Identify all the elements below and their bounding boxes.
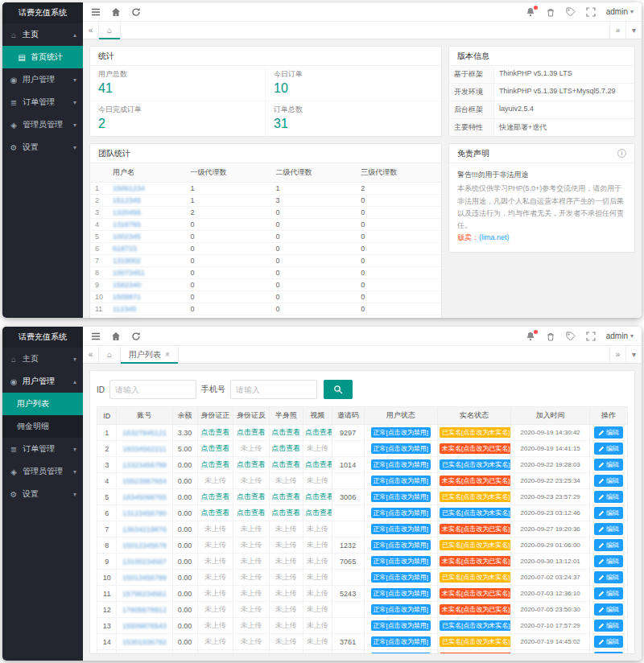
half-photo-link[interactable]: 点击查看	[271, 428, 300, 436]
half-photo-link[interactable]: 未上传	[275, 621, 297, 629]
user-status-badge[interactable]: 正常[点击改为禁用]	[371, 443, 431, 454]
half-photo-link[interactable]: 未上传	[275, 605, 297, 613]
fullscreen-icon[interactable]	[586, 7, 596, 17]
fullscreen-icon[interactable]	[586, 332, 596, 341]
realname-status-badge[interactable]: 已实名[点击改为未实名]	[440, 459, 511, 470]
sidebar-item-admins[interactable]: ◈ 管理员管理 ▾	[2, 113, 83, 136]
user-status-badge[interactable]: 正常[点击改为禁用]	[371, 540, 431, 550]
id-front-link[interactable]: 未上传	[204, 589, 226, 597]
video-link[interactable]: 未上传	[307, 621, 328, 629]
tab-scroll-left[interactable]: «	[83, 346, 99, 363]
id-front-link[interactable]: 未上传	[204, 525, 226, 533]
sidebar-item-home[interactable]: ⌂ 主页 ▴	[2, 23, 83, 46]
video-link[interactable]: 未上传	[307, 589, 328, 597]
video-link[interactable]: 未上传	[307, 557, 328, 565]
realname-status-badge[interactable]: 未实名[点击改为已实名]	[440, 556, 511, 566]
sidebar-item-users[interactable]: ◉ 用户管理 ▾	[2, 68, 83, 91]
half-photo-link[interactable]: 未上传	[275, 557, 297, 565]
clear-cache-icon[interactable]	[546, 7, 555, 17]
admin-menu[interactable]: admin ▾	[606, 7, 634, 16]
id-back-link[interactable]: 未上传	[240, 525, 262, 533]
realname-status-badge[interactable]: 已实名[点击改为未实名]	[440, 572, 511, 583]
id-front-link[interactable]: 点击查看	[200, 492, 229, 500]
realname-status-badge[interactable]: 未实名[点击改为已实名]	[440, 653, 511, 654]
user-status-badge[interactable]: 正常[点击改为禁用]	[371, 653, 431, 654]
realname-status-badge[interactable]: 未实名[点击改为已实名]	[440, 604, 511, 615]
sidebar-item-orders[interactable]: ≣ 订单管理 ▾	[2, 91, 83, 113]
sidebar-item-settings[interactable]: ⚙ 设置 ▾	[2, 483, 83, 505]
sidebar-item-home[interactable]: ⌂ 主页 ▾	[2, 348, 83, 370]
user-status-badge[interactable]: 正常[点击改为禁用]	[371, 492, 431, 502]
user-status-badge[interactable]: 正常[点击改为禁用]	[371, 604, 431, 615]
sidebar-item-admins[interactable]: ◈ 管理员管理 ▾	[2, 460, 83, 483]
phone-search-input[interactable]	[230, 380, 317, 399]
user-status-badge[interactable]: 正常[点击改为禁用]	[371, 556, 431, 566]
sidebar-item-user-list[interactable]: 用户列表	[2, 393, 83, 415]
video-link[interactable]: 点击查看	[305, 509, 332, 517]
half-photo-link[interactable]: 未上传	[275, 573, 297, 581]
tab-user-list[interactable]: 用户列表 ×	[121, 346, 179, 363]
half-photo-link[interactable]: 未上传	[275, 637, 297, 645]
id-front-link[interactable]: 未上传	[204, 573, 226, 581]
realname-status-badge[interactable]: 已实名[点击改为未实名]	[440, 508, 511, 518]
id-front-link[interactable]: 点击查看	[200, 428, 229, 436]
sidebar-item-users[interactable]: ◉ 用户管理 ▴	[2, 370, 83, 393]
id-back-link[interactable]: 未上传	[240, 605, 262, 613]
edit-button[interactable]: 编辑	[594, 603, 623, 616]
id-back-link[interactable]: 未上传	[240, 637, 262, 645]
id-search-input[interactable]	[109, 380, 196, 399]
id-front-link[interactable]: 未上传	[204, 621, 226, 629]
video-link[interactable]: 点击查看	[305, 428, 332, 436]
realname-status-badge[interactable]: 未实名[点击改为已实名]	[440, 524, 511, 534]
id-front-link[interactable]: 未上传	[204, 541, 226, 549]
id-front-link[interactable]: 点击查看	[200, 509, 229, 517]
home-icon[interactable]	[111, 7, 121, 17]
user-status-badge[interactable]: 正常[点击改为禁用]	[371, 427, 431, 438]
video-link[interactable]: 未上传	[307, 637, 328, 645]
sidebar-item-commission[interactable]: 佣金明细	[2, 415, 83, 438]
edit-button[interactable]: 编辑	[594, 475, 623, 487]
video-link[interactable]: 未上传	[307, 525, 328, 533]
id-back-link[interactable]: 未上传	[240, 621, 262, 629]
half-photo-link[interactable]: 点击查看	[271, 460, 300, 468]
edit-button[interactable]: 编辑	[594, 539, 623, 551]
id-front-link[interactable]: 未上传	[204, 653, 226, 654]
edit-button[interactable]: 编辑	[594, 555, 623, 567]
tab-scroll-left[interactable]: «	[83, 22, 99, 39]
tab-scroll-right[interactable]: »	[609, 22, 625, 39]
id-front-link[interactable]: 点击查看	[200, 460, 229, 468]
realname-status-badge[interactable]: 已实名[点击改为未实名]	[440, 540, 511, 550]
video-link[interactable]: 未上传	[307, 541, 328, 549]
refresh-icon[interactable]	[131, 7, 141, 17]
half-photo-link[interactable]: 未上传	[275, 476, 297, 484]
id-front-link[interactable]: 未上传	[204, 557, 226, 565]
video-link[interactable]: 未上传	[307, 444, 328, 452]
id-back-link[interactable]: 点击查看	[237, 428, 266, 436]
id-back-link[interactable]: 点击查看	[237, 460, 266, 468]
user-status-badge[interactable]: 正常[点击改为禁用]	[371, 588, 431, 599]
notifications-bell-icon[interactable]	[526, 332, 535, 341]
user-status-badge[interactable]: 正常[点击改为禁用]	[371, 524, 431, 534]
video-link[interactable]: 点击查看	[305, 492, 332, 500]
id-back-link[interactable]: 未上传	[240, 541, 262, 549]
tab-home[interactable]: ⌂	[99, 346, 121, 363]
video-link[interactable]: 未上传	[307, 605, 328, 613]
home-icon[interactable]	[111, 332, 121, 341]
tab-menu[interactable]: ▾	[625, 22, 642, 39]
realname-status-badge[interactable]: 已实名[点击改为未实名]	[440, 636, 511, 647]
realname-status-badge[interactable]: 未实名[点击改为已实名]	[440, 588, 511, 599]
edit-button[interactable]: 编辑	[594, 587, 623, 599]
id-back-link[interactable]: 未上传	[240, 653, 262, 654]
realname-status-badge[interactable]: 未实名[点击改为已实名]	[440, 476, 511, 486]
admin-menu[interactable]: admin ▾	[606, 332, 634, 340]
edit-button[interactable]: 编辑	[594, 652, 623, 654]
id-front-link[interactable]: 未上传	[204, 476, 226, 484]
id-front-link[interactable]: 点击查看	[200, 444, 229, 452]
search-button[interactable]	[324, 380, 353, 399]
theme-tag-icon[interactable]	[566, 7, 576, 17]
edit-button[interactable]: 编辑	[594, 426, 623, 439]
video-link[interactable]: 点击查看	[305, 460, 332, 468]
tab-menu[interactable]: ▾	[625, 346, 642, 363]
edit-button[interactable]: 编辑	[594, 491, 623, 503]
half-photo-link[interactable]: 未上传	[275, 541, 297, 549]
